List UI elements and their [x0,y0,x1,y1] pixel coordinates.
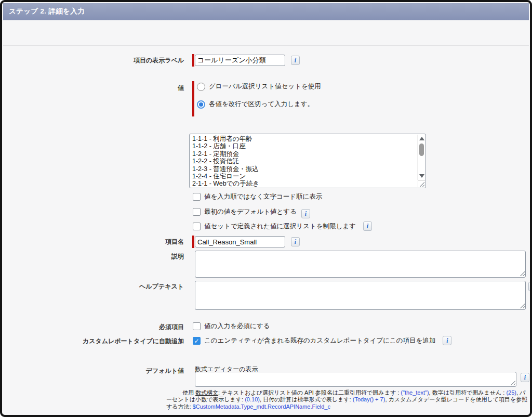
default-value-input[interactable] [195,372,516,387]
info-icon[interactable]: i [521,373,529,382]
resize-corner[interactable] [418,180,425,187]
picklist-value-line: 1-1-1 - 利用者の年齢 [192,135,415,142]
header-divider [3,45,529,46]
checkbox-unchecked-icon[interactable] [193,208,201,216]
help-text-link[interactable]: $CustomMetadata.Type_mdt.RecordAPIName.F… [193,403,330,410]
checkbox-unchecked-icon[interactable] [193,322,201,330]
checkbox-first-default-row[interactable]: 最初の値をデフォルト値とする i [193,207,310,216]
picklist-value-line: 1-2-3 - 普通預金・振込 [192,165,415,173]
checkbox-restrict-label: 値セットで定義された値に選択リストを制限します [204,222,356,231]
info-icon[interactable]: i [301,209,310,218]
radio-selected-icon[interactable] [197,100,205,109]
help-text-textarea[interactable] [195,281,526,310]
scrollbar-thumb[interactable] [419,144,424,156]
checkbox-unchecked-icon[interactable] [193,223,201,230]
picklist-values-text: 1-1-1 - 利用者の年齢1-1-2 - 店舗・口座1-2-1 - 定期預金1… [192,135,415,188]
field-display-label-input[interactable] [195,55,285,66]
picklist-value-line: 1-2-1 - 定期預金 [192,150,415,158]
default-value-label: デフォルト値 [59,367,184,375]
help-text-label: ヘルプテキスト [59,282,184,291]
info-icon[interactable]: i [528,282,532,291]
required-field-label: 必須項目 [59,323,184,332]
checkbox-report-type-label: このエンティティが含まれる既存のカスタムレポートタイプにこの項目を追加 [204,336,435,345]
report-type-label: カスタムレポートタイプに自動追加 [49,337,184,346]
help-text-segment: : テキストおよび選択リスト値の API 参照名は二重引用符で囲みます : [218,389,401,396]
page-title: ステップ 2. 詳細を入力 [3,7,85,16]
help-text-segment: , 数字は引用符で囲みません : [429,389,507,396]
info-icon[interactable]: i [291,56,300,65]
help-text-link[interactable]: 数式構文 [195,389,218,396]
field-name-label: 項目名 [59,238,184,246]
checkbox-report-type-row[interactable]: ✓ このエンティティが含まれる既存のカスタムレポートタイプにこの項目を追加 i [193,336,451,345]
checkbox-checked-icon[interactable]: ✓ [193,337,201,345]
help-text-link[interactable]: (25) [506,389,516,396]
value-section-label: 値 [59,84,184,93]
picklist-values-textarea[interactable]: 1-1-1 - 利用者の年齢1-1-2 - 店舗・口座1-2-1 - 定期預金1… [189,134,426,188]
formula-help-text: 使用 数式構文: テキストおよび選択リスト値の API 参照名は二重引用符で囲み… [166,389,531,410]
radio-enter-values[interactable]: 各値を改行で区切って入力します。 [197,100,314,109]
required-bar [192,54,194,67]
required-bar [192,81,194,116]
help-text-link[interactable]: (0.10) [245,396,260,402]
checkbox-restrict-row[interactable]: 値セットで定義された値に選択リストを制限します i [193,221,372,231]
radio-global-picklist[interactable]: グローバル選択リスト値セットを使用 [197,82,321,91]
checkbox-sort-label: 値を入力順ではなく文字コード順に表示 [204,192,322,201]
checkbox-first-default-label: 最初の値をデフォルト値とする [204,207,297,216]
field-display-label: 項目の表示ラベル [59,56,184,65]
radio-global-picklist-label: グローバル選択リスト値セットを使用 [209,82,321,91]
picklist-value-line: 2-1-1 - Webでの手続き [192,180,415,187]
help-text-segment: , 日付の計算は標準形式で表します: [260,396,353,402]
checkbox-sort-row[interactable]: 値を入力順ではなく文字コード順に表示 [193,192,322,201]
picklist-value-line: 1-1-2 - 店舗・口座 [192,142,415,150]
info-icon[interactable]: i [291,237,300,246]
description-label: 説明 [59,252,184,261]
checkbox-required-row[interactable]: 値の入力を必須にする [193,322,270,331]
resize-grip-icon [419,181,424,187]
field-name-input[interactable] [195,236,285,247]
page-frame: ステップ 2. 詳細を入力 項目の表示ラベル i 値 グローバル選択リスト値セッ… [0,0,532,417]
radio-enter-values-label: 各値を改行で区切って入力します。 [209,100,314,109]
help-text-link[interactable]: ("the_text") [401,389,429,396]
description-textarea[interactable] [195,251,526,278]
info-icon[interactable]: i [363,221,372,231]
help-text-segment: 使用 [182,389,195,396]
section-header: ステップ 2. 詳細を入力 [3,3,529,20]
checkbox-unchecked-icon[interactable] [193,193,201,201]
picklist-value-line: 1-2-4 - 住宅ローン [192,173,415,180]
textarea-scrollbar[interactable] [417,135,425,180]
scroll-up-icon[interactable] [419,137,424,140]
radio-unselected-icon[interactable] [197,83,205,91]
info-icon[interactable]: i [443,336,451,345]
scroll-down-icon[interactable] [419,174,424,178]
help-text-link[interactable]: (Today() + 7) [353,396,385,402]
required-bar [192,236,194,248]
picklist-value-line: 1-2-2 - 投資信託 [192,158,415,165]
checkbox-required-label: 値の入力を必須にする [204,322,270,331]
